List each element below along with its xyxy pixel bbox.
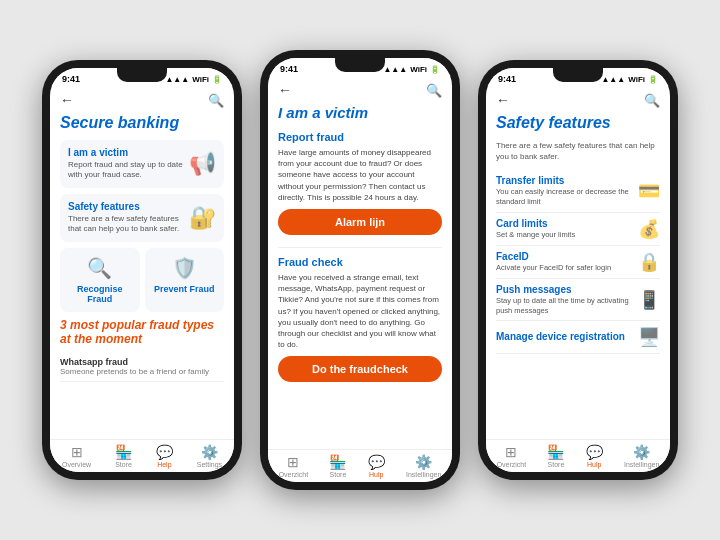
page-title-3: Safety features [496,114,660,132]
top-nav-2: ← 🔍 [278,82,442,98]
transfer-limits-title: Transfer limits [496,175,634,186]
transfer-limits-text: Transfer limits You can easily increase … [496,175,634,207]
search-icon-2[interactable]: 🔍 [426,83,442,98]
whatsapp-fraud-sub: Someone pretends to be a friend or famil… [60,367,224,376]
two-cards: 🔍 Recognise Fraud 🛡️ Prevent Fraud [60,248,224,312]
phone-victim: 9:41 ▲▲▲ WiFi 🔋 ← 🔍 I am a victim Report… [260,50,460,490]
prevent-fraud-card[interactable]: 🛡️ Prevent Fraud [145,248,225,312]
instellingen-icon-3: ⚙️ [633,444,650,460]
status-icons-2: ▲▲▲ WiFi 🔋 [383,65,440,74]
victim-card[interactable]: I am a victim Report fraud and stay up t… [60,140,224,188]
settings-label: Settings [197,461,222,468]
device-registration-item[interactable]: Manage device registration 🖥️ [496,321,660,354]
hulp-label-2: Hulp [369,471,383,478]
prevent-icon: 🛡️ [172,256,197,280]
safety-card[interactable]: Safety features There are a few safety f… [60,194,224,242]
card-limits-title: Card limits [496,218,575,229]
safety-card-icon: 🔐 [189,205,216,231]
hulp-label-3: Hulp [587,461,601,468]
card-icon: 💰 [638,218,660,240]
search-icon-1[interactable]: 🔍 [208,93,224,108]
phones-container: 9:41 ▲▲▲ WiFi 🔋 ← 🔍 Secure banking I am … [22,30,698,510]
fraud-check-btn[interactable]: Do the fraudcheck [278,356,442,382]
recognise-icon: 🔍 [87,256,112,280]
push-messages-desc: Stay up to date all the time by activati… [496,296,634,316]
safety-card-text: Safety features There are a few safety f… [68,201,183,235]
phone-safety: 9:41 ▲▲▲ WiFi 🔋 ← 🔍 Safety features Ther… [478,60,678,480]
status-icons-3: ▲▲▲ WiFi 🔋 [601,75,658,84]
nav-store[interactable]: 🏪 Store [115,444,132,468]
transfer-icon: 💳 [638,180,660,202]
instellingen-label-3: Instellingen [624,461,659,468]
nav-hulp-3[interactable]: 💬 Hulp [586,444,603,468]
device-icon: 🖥️ [638,326,660,348]
card-limits-item[interactable]: Card limits Set & mange your limits 💰 [496,213,660,246]
signal-icon: ▲▲▲ [165,75,189,84]
alarm-btn[interactable]: Alarm lijn [278,209,442,235]
fraud-types-title: 3 most popular fraud types at the moment [60,318,224,346]
screen-content-3: ← 🔍 Safety features There are a few safe… [486,86,670,439]
victim-card-title: I am a victim [68,147,183,158]
victim-card-text: I am a victim Report fraud and stay up t… [68,147,183,181]
battery-icon: 🔋 [212,75,222,84]
whatsapp-fraud-item[interactable]: Whatsapp fraud Someone pretends to be a … [60,352,224,382]
faceid-icon: 🔒 [638,251,660,273]
fraud-check-heading: Fraud check [278,256,442,268]
push-icon: 📱 [638,289,660,311]
back-arrow-3[interactable]: ← [496,92,510,108]
back-arrow-2[interactable]: ← [278,82,292,98]
help-icon: 💬 [156,444,173,460]
prevent-label: Prevent Fraud [154,284,215,294]
signal-icon-2: ▲▲▲ [383,65,407,74]
hulp-icon-2: 💬 [368,454,385,470]
screen-content-2: ← 🔍 I am a victim Report fraud Have larg… [268,76,452,449]
push-messages-text: Push messages Stay up to date all the ti… [496,284,634,316]
victim-card-icon: 📢 [189,151,216,177]
push-messages-item[interactable]: Push messages Stay up to date all the ti… [496,279,660,322]
nav-instellingen-2[interactable]: ⚙️ Instellingen [406,454,441,478]
faceid-item[interactable]: FaceID Acivate your FaceID for safer log… [496,246,660,279]
store-icon-2: 🏪 [329,454,346,470]
screen-content-1: ← 🔍 Secure banking I am a victim Report … [50,86,234,439]
nav-overzicht-3[interactable]: ⊞ Overzicht [497,444,527,468]
faceid-desc: Acivate your FaceID for safer login [496,263,611,273]
overzicht-icon-3: ⊞ [505,444,517,460]
overzicht-label-2: Overzicht [279,471,309,478]
nav-store-2[interactable]: 🏪 Store [329,454,346,478]
device-registration-text: Manage device registration [496,331,625,343]
hulp-icon-3: 💬 [586,444,603,460]
phone-secure-banking: 9:41 ▲▲▲ WiFi 🔋 ← 🔍 Secure banking I am … [42,60,242,480]
instellingen-label-2: Instellingen [406,471,441,478]
page-title-1: Secure banking [60,114,224,132]
settings-icon: ⚙️ [201,444,218,460]
nav-overview[interactable]: ⊞ Overview [62,444,91,468]
recognise-fraud-card[interactable]: 🔍 Recognise Fraud [60,248,140,312]
nav-hulp-2[interactable]: 💬 Hulp [368,454,385,478]
transfer-limits-desc: You can easily increase or decrease the … [496,187,634,207]
device-registration-title: Manage device registration [496,331,625,342]
nav-store-3[interactable]: 🏪 Store [547,444,564,468]
time-3: 9:41 [498,74,516,84]
search-icon-3[interactable]: 🔍 [644,93,660,108]
time-1: 9:41 [62,74,80,84]
instellingen-icon-2: ⚙️ [415,454,432,470]
store-label-3: Store [548,461,565,468]
safety-intro: There are a few safety features that can… [496,140,660,162]
wifi-icon-3: WiFi [628,75,645,84]
bottom-nav-2: ⊞ Overzicht 🏪 Store 💬 Hulp ⚙️ Instelling… [268,449,452,482]
nav-instellingen-3[interactable]: ⚙️ Instellingen [624,444,659,468]
wifi-icon: WiFi [192,75,209,84]
victim-card-desc: Report fraud and stay up to date with yo… [68,160,183,181]
help-label: Help [157,461,171,468]
card-limits-text: Card limits Set & mange your limits [496,218,575,240]
faceid-title: FaceID [496,251,611,262]
nav-settings[interactable]: ⚙️ Settings [197,444,222,468]
nav-overzicht-2[interactable]: ⊞ Overzicht [279,454,309,478]
top-nav-3: ← 🔍 [496,92,660,108]
report-fraud-heading: Report fraud [278,131,442,143]
report-fraud-desc: Have large amounts of money disappeared … [278,147,442,203]
transfer-limits-item[interactable]: Transfer limits You can easily increase … [496,170,660,213]
nav-help[interactable]: 💬 Help [156,444,173,468]
back-arrow-1[interactable]: ← [60,92,74,108]
bottom-nav-1: ⊞ Overview 🏪 Store 💬 Help ⚙️ Settings [50,439,234,472]
